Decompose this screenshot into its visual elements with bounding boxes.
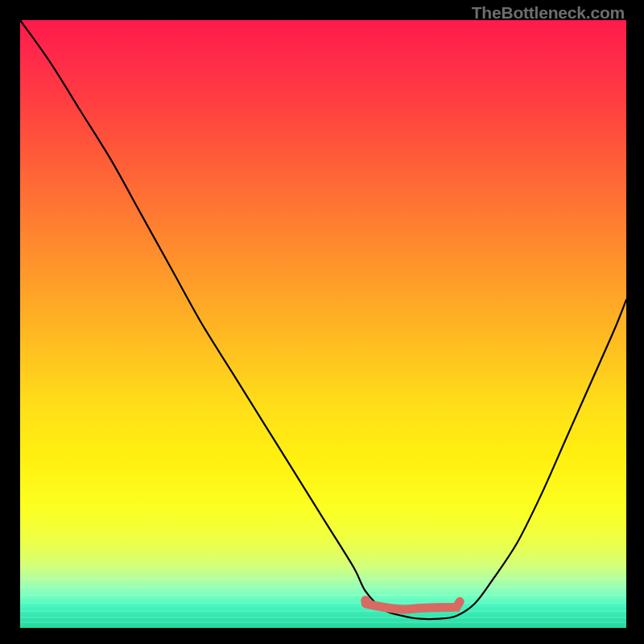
bottleneck-curve	[20, 20, 626, 619]
curve-layer	[20, 20, 626, 628]
optimal-range-marker	[365, 601, 460, 609]
plot-area	[20, 20, 626, 628]
chart-frame: TheBottleneck.com	[0, 0, 644, 644]
optimal-point-marker	[361, 596, 370, 605]
